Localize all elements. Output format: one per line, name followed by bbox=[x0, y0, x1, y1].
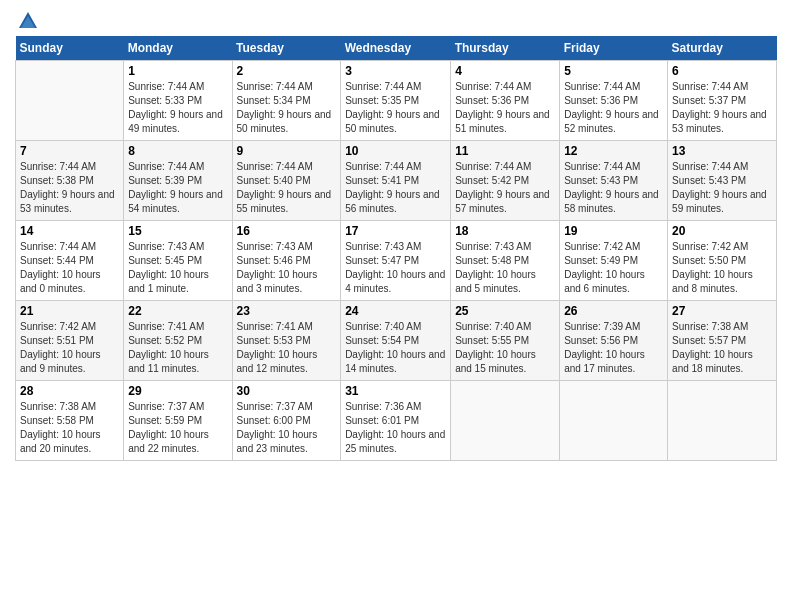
col-header-wednesday: Wednesday bbox=[341, 36, 451, 61]
day-cell-20: 20Sunrise: 7:42 AMSunset: 5:50 PMDayligh… bbox=[668, 221, 777, 301]
day-cell-23: 23Sunrise: 7:41 AMSunset: 5:53 PMDayligh… bbox=[232, 301, 341, 381]
day-cell-14: 14Sunrise: 7:44 AMSunset: 5:44 PMDayligh… bbox=[16, 221, 124, 301]
day-number: 1 bbox=[128, 64, 227, 78]
day-number: 18 bbox=[455, 224, 555, 238]
day-number: 4 bbox=[455, 64, 555, 78]
day-number: 13 bbox=[672, 144, 772, 158]
day-info: Sunrise: 7:37 AMSunset: 6:00 PMDaylight:… bbox=[237, 400, 337, 456]
empty-cell bbox=[16, 61, 124, 141]
empty-cell bbox=[451, 381, 560, 461]
main-container: SundayMondayTuesdayWednesdayThursdayFrid… bbox=[0, 0, 792, 471]
day-info: Sunrise: 7:39 AMSunset: 5:56 PMDaylight:… bbox=[564, 320, 663, 376]
day-cell-15: 15Sunrise: 7:43 AMSunset: 5:45 PMDayligh… bbox=[124, 221, 232, 301]
day-info: Sunrise: 7:42 AMSunset: 5:50 PMDaylight:… bbox=[672, 240, 772, 296]
day-info: Sunrise: 7:44 AMSunset: 5:36 PMDaylight:… bbox=[455, 80, 555, 136]
day-cell-25: 25Sunrise: 7:40 AMSunset: 5:55 PMDayligh… bbox=[451, 301, 560, 381]
day-info: Sunrise: 7:44 AMSunset: 5:43 PMDaylight:… bbox=[672, 160, 772, 216]
col-header-tuesday: Tuesday bbox=[232, 36, 341, 61]
day-cell-21: 21Sunrise: 7:42 AMSunset: 5:51 PMDayligh… bbox=[16, 301, 124, 381]
day-cell-26: 26Sunrise: 7:39 AMSunset: 5:56 PMDayligh… bbox=[560, 301, 668, 381]
day-number: 14 bbox=[20, 224, 119, 238]
day-cell-7: 7Sunrise: 7:44 AMSunset: 5:38 PMDaylight… bbox=[16, 141, 124, 221]
logo-icon bbox=[17, 10, 39, 32]
week-row-5: 28Sunrise: 7:38 AMSunset: 5:58 PMDayligh… bbox=[16, 381, 777, 461]
day-cell-27: 27Sunrise: 7:38 AMSunset: 5:57 PMDayligh… bbox=[668, 301, 777, 381]
day-info: Sunrise: 7:41 AMSunset: 5:52 PMDaylight:… bbox=[128, 320, 227, 376]
day-info: Sunrise: 7:43 AMSunset: 5:48 PMDaylight:… bbox=[455, 240, 555, 296]
day-number: 31 bbox=[345, 384, 446, 398]
header-row: SundayMondayTuesdayWednesdayThursdayFrid… bbox=[16, 36, 777, 61]
week-row-4: 21Sunrise: 7:42 AMSunset: 5:51 PMDayligh… bbox=[16, 301, 777, 381]
day-number: 30 bbox=[237, 384, 337, 398]
day-number: 21 bbox=[20, 304, 119, 318]
week-row-3: 14Sunrise: 7:44 AMSunset: 5:44 PMDayligh… bbox=[16, 221, 777, 301]
day-cell-22: 22Sunrise: 7:41 AMSunset: 5:52 PMDayligh… bbox=[124, 301, 232, 381]
day-number: 19 bbox=[564, 224, 663, 238]
day-number: 9 bbox=[237, 144, 337, 158]
day-number: 28 bbox=[20, 384, 119, 398]
day-info: Sunrise: 7:41 AMSunset: 5:53 PMDaylight:… bbox=[237, 320, 337, 376]
empty-cell bbox=[560, 381, 668, 461]
col-header-sunday: Sunday bbox=[16, 36, 124, 61]
day-cell-12: 12Sunrise: 7:44 AMSunset: 5:43 PMDayligh… bbox=[560, 141, 668, 221]
col-header-monday: Monday bbox=[124, 36, 232, 61]
day-info: Sunrise: 7:42 AMSunset: 5:49 PMDaylight:… bbox=[564, 240, 663, 296]
day-number: 23 bbox=[237, 304, 337, 318]
day-info: Sunrise: 7:44 AMSunset: 5:44 PMDaylight:… bbox=[20, 240, 119, 296]
day-info: Sunrise: 7:44 AMSunset: 5:33 PMDaylight:… bbox=[128, 80, 227, 136]
day-cell-18: 18Sunrise: 7:43 AMSunset: 5:48 PMDayligh… bbox=[451, 221, 560, 301]
day-number: 24 bbox=[345, 304, 446, 318]
day-info: Sunrise: 7:40 AMSunset: 5:55 PMDaylight:… bbox=[455, 320, 555, 376]
day-info: Sunrise: 7:44 AMSunset: 5:41 PMDaylight:… bbox=[345, 160, 446, 216]
day-info: Sunrise: 7:40 AMSunset: 5:54 PMDaylight:… bbox=[345, 320, 446, 376]
day-number: 15 bbox=[128, 224, 227, 238]
day-cell-8: 8Sunrise: 7:44 AMSunset: 5:39 PMDaylight… bbox=[124, 141, 232, 221]
day-number: 3 bbox=[345, 64, 446, 78]
day-info: Sunrise: 7:38 AMSunset: 5:58 PMDaylight:… bbox=[20, 400, 119, 456]
calendar-table: SundayMondayTuesdayWednesdayThursdayFrid… bbox=[15, 36, 777, 461]
col-header-saturday: Saturday bbox=[668, 36, 777, 61]
day-cell-31: 31Sunrise: 7:36 AMSunset: 6:01 PMDayligh… bbox=[341, 381, 451, 461]
day-cell-10: 10Sunrise: 7:44 AMSunset: 5:41 PMDayligh… bbox=[341, 141, 451, 221]
day-info: Sunrise: 7:44 AMSunset: 5:43 PMDaylight:… bbox=[564, 160, 663, 216]
day-number: 8 bbox=[128, 144, 227, 158]
day-info: Sunrise: 7:44 AMSunset: 5:42 PMDaylight:… bbox=[455, 160, 555, 216]
header bbox=[15, 10, 777, 28]
day-cell-1: 1Sunrise: 7:44 AMSunset: 5:33 PMDaylight… bbox=[124, 61, 232, 141]
logo bbox=[15, 10, 39, 28]
day-info: Sunrise: 7:36 AMSunset: 6:01 PMDaylight:… bbox=[345, 400, 446, 456]
day-cell-30: 30Sunrise: 7:37 AMSunset: 6:00 PMDayligh… bbox=[232, 381, 341, 461]
day-number: 11 bbox=[455, 144, 555, 158]
day-number: 2 bbox=[237, 64, 337, 78]
day-number: 29 bbox=[128, 384, 227, 398]
day-info: Sunrise: 7:44 AMSunset: 5:39 PMDaylight:… bbox=[128, 160, 227, 216]
day-number: 6 bbox=[672, 64, 772, 78]
day-info: Sunrise: 7:44 AMSunset: 5:38 PMDaylight:… bbox=[20, 160, 119, 216]
day-info: Sunrise: 7:44 AMSunset: 5:37 PMDaylight:… bbox=[672, 80, 772, 136]
day-cell-19: 19Sunrise: 7:42 AMSunset: 5:49 PMDayligh… bbox=[560, 221, 668, 301]
day-cell-29: 29Sunrise: 7:37 AMSunset: 5:59 PMDayligh… bbox=[124, 381, 232, 461]
week-row-1: 1Sunrise: 7:44 AMSunset: 5:33 PMDaylight… bbox=[16, 61, 777, 141]
day-cell-4: 4Sunrise: 7:44 AMSunset: 5:36 PMDaylight… bbox=[451, 61, 560, 141]
day-cell-9: 9Sunrise: 7:44 AMSunset: 5:40 PMDaylight… bbox=[232, 141, 341, 221]
day-number: 20 bbox=[672, 224, 772, 238]
day-cell-5: 5Sunrise: 7:44 AMSunset: 5:36 PMDaylight… bbox=[560, 61, 668, 141]
day-info: Sunrise: 7:44 AMSunset: 5:36 PMDaylight:… bbox=[564, 80, 663, 136]
day-info: Sunrise: 7:44 AMSunset: 5:34 PMDaylight:… bbox=[237, 80, 337, 136]
week-row-2: 7Sunrise: 7:44 AMSunset: 5:38 PMDaylight… bbox=[16, 141, 777, 221]
day-cell-16: 16Sunrise: 7:43 AMSunset: 5:46 PMDayligh… bbox=[232, 221, 341, 301]
day-number: 5 bbox=[564, 64, 663, 78]
day-info: Sunrise: 7:38 AMSunset: 5:57 PMDaylight:… bbox=[672, 320, 772, 376]
day-number: 12 bbox=[564, 144, 663, 158]
day-cell-3: 3Sunrise: 7:44 AMSunset: 5:35 PMDaylight… bbox=[341, 61, 451, 141]
empty-cell bbox=[668, 381, 777, 461]
day-number: 25 bbox=[455, 304, 555, 318]
day-cell-6: 6Sunrise: 7:44 AMSunset: 5:37 PMDaylight… bbox=[668, 61, 777, 141]
day-info: Sunrise: 7:43 AMSunset: 5:46 PMDaylight:… bbox=[237, 240, 337, 296]
day-info: Sunrise: 7:44 AMSunset: 5:40 PMDaylight:… bbox=[237, 160, 337, 216]
day-cell-24: 24Sunrise: 7:40 AMSunset: 5:54 PMDayligh… bbox=[341, 301, 451, 381]
day-cell-17: 17Sunrise: 7:43 AMSunset: 5:47 PMDayligh… bbox=[341, 221, 451, 301]
day-cell-11: 11Sunrise: 7:44 AMSunset: 5:42 PMDayligh… bbox=[451, 141, 560, 221]
day-cell-28: 28Sunrise: 7:38 AMSunset: 5:58 PMDayligh… bbox=[16, 381, 124, 461]
day-info: Sunrise: 7:43 AMSunset: 5:47 PMDaylight:… bbox=[345, 240, 446, 296]
